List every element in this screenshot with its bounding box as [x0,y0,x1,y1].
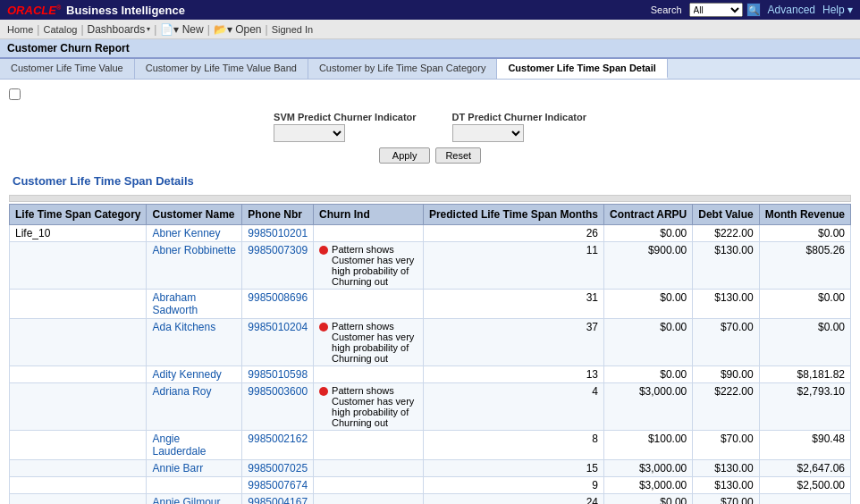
phone-link[interactable]: 9985008696 [248,291,308,304]
oracle-logo: ORACLE® [7,4,61,17]
cell-customer-name[interactable]: Adriana Roy [147,383,242,431]
cell-month-revenue: $0.00 [759,225,850,242]
phone-link[interactable]: 9985007674 [248,479,308,491]
cell-phone[interactable]: 9985007025 [242,460,314,477]
search-button[interactable]: 🔍 [746,3,761,17]
horizontal-scrollbar[interactable] [9,195,851,202]
signed-in-link[interactable]: Signed In [272,24,313,35]
filter-buttons: Apply Reset [9,147,851,164]
cell-debt-value: $70.00 [693,431,759,460]
checkbox-top[interactable] [9,88,21,100]
churn-text: Pattern shows Customer has very high pro… [332,244,417,287]
cell-phone[interactable]: 9985010201 [242,225,314,242]
table-row: Annie Barr998500702515$3,000.00$130.00$2… [10,460,851,477]
cell-phone[interactable]: 9985010204 [242,319,314,366]
phone-link[interactable]: 9985003600 [248,385,308,398]
phone-link[interactable]: 9985010204 [248,321,308,333]
cell-debt-value: $130.00 [693,290,759,319]
header-nav: Home | Catalog | Dashboards ▾ | 📄 ▾ New … [0,20,860,39]
filters-section: SVM Predict Churner Indicator DT Predict… [9,112,851,142]
advanced-link[interactable]: Advanced [768,4,815,16]
cell-category [10,383,147,431]
customer-name-link[interactable]: Annie Gilmour [152,496,220,504]
cell-customer-name[interactable]: Abraham Sadworth [147,290,242,319]
cell-customer-name[interactable]: Abner Robbinette [147,242,242,290]
cell-phone[interactable]: 9985007309 [242,242,314,290]
tab-customer-life-time-span-detail[interactable]: Customer Life Time Span Detail [497,59,667,79]
cell-phone[interactable]: 9985008696 [242,290,314,319]
customer-name-link[interactable]: Adriana Roy [152,385,211,398]
table-row: Abner Robbinette9985007309Pattern shows … [10,242,851,290]
customer-name-link[interactable]: Angie Lauderdale [152,433,206,458]
cell-category [10,494,147,505]
table-row: Adity Kennedy998501059813$0.00$90.00$8,1… [10,366,851,383]
cell-phone[interactable]: 9985007674 [242,477,314,494]
customer-name-link[interactable]: Abner Kenney [152,227,220,239]
cell-months: 26 [423,225,603,242]
cell-phone[interactable]: 9985010598 [242,366,314,383]
cell-month-revenue: $2,500.00 [759,477,850,494]
cell-customer-name[interactable]: Ada Kitchens [147,319,242,366]
apply-button[interactable]: Apply [379,147,431,164]
top-bar-right: Search All 🔍 Advanced Help ▾ [651,3,853,17]
customer-name-link[interactable]: Abner Robbinette [152,244,235,256]
phone-link[interactable]: 9985004167 [248,496,308,504]
cell-month-revenue [759,494,850,505]
home-link[interactable]: Home [7,24,33,35]
table-row: Life_10Abner Kenney998501020126$0.00$222… [10,225,851,242]
cell-churn-ind [314,431,424,460]
tabs-container: Customer Life Time Value Customer by Lif… [0,59,860,80]
customer-name-link[interactable]: Adity Kennedy [152,368,221,381]
cell-month-revenue: $8,181.82 [759,366,850,383]
help-link[interactable]: Help ▾ [822,4,853,16]
customer-name-link[interactable]: Abraham Sadworth [152,291,198,316]
cell-customer-name[interactable]: Abner Kenney [147,225,242,242]
phone-link[interactable]: 9985007309 [248,244,308,256]
search-dropdown[interactable]: All [689,3,743,17]
cell-customer-name[interactable]: Annie Barr [147,460,242,477]
table-scroll-area[interactable]: Life Time Span Category Customer Name Ph… [9,204,851,504]
table-row: Angie Lauderdale99850021628$100.00$70.00… [10,431,851,460]
cell-debt-value: $130.00 [693,477,759,494]
tab-customer-life-time-span-category[interactable]: Customer by Life Time Span Category [308,59,497,79]
cell-customer-name[interactable]: Adity Kennedy [147,366,242,383]
cell-contract-arpu: $100.00 [604,431,693,460]
cell-phone[interactable]: 9985002162 [242,431,314,460]
phone-link[interactable]: 9985007025 [248,462,308,475]
top-bar: ORACLE® Business Intelligence Search All… [0,0,860,20]
cell-contract-arpu: $0.00 [604,494,693,505]
cell-churn-ind [314,460,424,477]
tab-customer-life-time-value[interactable]: Customer Life Time Value [0,59,135,79]
cell-debt-value: $130.00 [693,460,759,477]
cell-month-revenue: $2,647.06 [759,460,850,477]
reset-button[interactable]: Reset [435,147,481,164]
phone-link[interactable]: 9985002162 [248,433,308,445]
new-link[interactable]: ▾ New [173,23,203,36]
cell-churn-ind [314,477,424,494]
catalog-link[interactable]: Catalog [43,24,77,35]
svm-filter-group: SVM Predict Churner Indicator [274,112,417,142]
cell-contract-arpu: $3,000.00 [604,460,693,477]
dt-filter-select[interactable] [452,124,524,142]
cell-contract-arpu: $0.00 [604,290,693,319]
cell-customer-name[interactable]: Angie Lauderdale [147,431,242,460]
cell-customer-name[interactable] [147,477,242,494]
cell-contract-arpu: $0.00 [604,225,693,242]
open-link[interactable]: ▾ Open [227,23,262,36]
dashboards-link[interactable]: Dashboards ▾ [88,23,151,36]
churn-dot-icon [319,387,328,396]
phone-link[interactable]: 9985010598 [248,368,308,381]
tab-customer-life-time-value-band[interactable]: Customer by Life Time Value Band [135,59,308,79]
svm-filter-select[interactable] [274,124,345,142]
cell-customer-name[interactable]: Annie Gilmour [147,494,242,505]
page-title-bar: Customer Churn Report [0,39,860,59]
phone-link[interactable]: 9985010201 [248,227,308,239]
cell-debt-value: $70.00 [693,319,759,366]
cell-phone[interactable]: 9985004167 [242,494,314,505]
cell-contract-arpu: $0.00 [604,319,693,366]
customer-name-link[interactable]: Ada Kitchens [152,321,215,333]
customer-name-link[interactable]: Annie Barr [152,462,203,475]
cell-phone[interactable]: 9985003600 [242,383,314,431]
cell-churn-ind: Pattern shows Customer has very high pro… [314,383,424,431]
table-row: Ada Kitchens9985010204Pattern shows Cust… [10,319,851,366]
